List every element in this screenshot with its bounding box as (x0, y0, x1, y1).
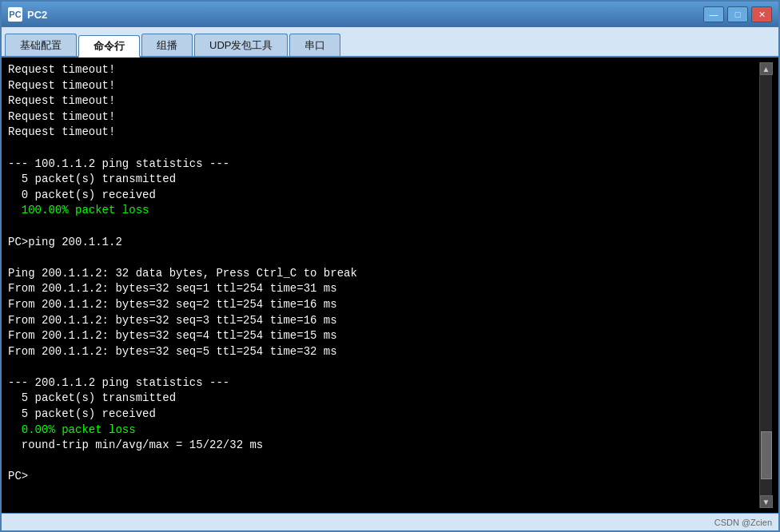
maximize-button[interactable]: □ (727, 6, 748, 22)
main-window: PC PC2 — □ ✕ 基础配置 命令行 组播 UDP发包工具 串口 Requ… (0, 0, 780, 532)
tab-udp[interactable]: UDP发包工具 (194, 34, 288, 56)
tab-basic[interactable]: 基础配置 (5, 34, 77, 56)
title-bar-buttons: — □ ✕ (703, 6, 772, 22)
status-bar: CSDN @Zcien (2, 513, 778, 530)
content-area: Request timeout! Request timeout! Reques… (2, 58, 778, 513)
tab-cmd[interactable]: 命令行 (78, 35, 140, 58)
window-icon: PC (8, 7, 22, 22)
minimize-button[interactable]: — (703, 6, 724, 22)
watermark-text: CSDN @Zcien (714, 518, 772, 527)
scrollbar-thumb[interactable] (761, 431, 772, 479)
terminal-output[interactable]: Request timeout! Request timeout! Reques… (8, 62, 759, 508)
scrollbar-track (760, 75, 772, 495)
tab-serial[interactable]: 串口 (289, 34, 340, 56)
scrollbar[interactable]: ▲ ▼ (759, 62, 772, 508)
title-bar: PC PC2 — □ ✕ (2, 2, 778, 27)
scrollbar-up[interactable]: ▲ (760, 62, 773, 75)
scrollbar-down[interactable]: ▼ (760, 495, 773, 508)
window-title: PC2 (27, 9, 703, 21)
close-button[interactable]: ✕ (751, 6, 772, 22)
tab-multicast[interactable]: 组播 (141, 34, 193, 56)
tab-bar: 基础配置 命令行 组播 UDP发包工具 串口 (2, 27, 778, 58)
